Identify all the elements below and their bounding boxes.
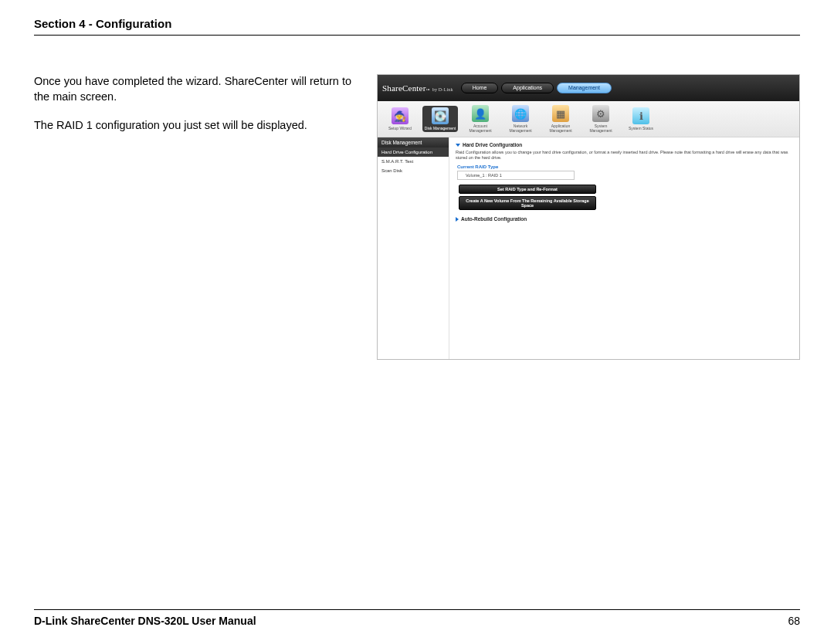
sharecenter-screenshot: ShareCenter™ by D-Link Home Applications… <box>377 74 800 360</box>
account-icon: 👤 <box>472 105 489 122</box>
toolbar-system-status[interactable]: ℹ System Status <box>623 106 659 132</box>
sidebar-item-hdconfig[interactable]: Hard Drive Configuration <box>378 147 449 157</box>
paragraph-1: Once you have completed the wizard. Shar… <box>34 74 358 104</box>
toolbar-disk-management[interactable]: 💽 Disk Management <box>422 106 458 132</box>
instruction-column: Once you have completed the wizard. Shar… <box>34 74 358 147</box>
toolbar: 🧙 Setup Wizard 💽 Disk Management 👤 Accou… <box>378 101 799 137</box>
paragraph-2: The RAID 1 configuration you just set wi… <box>34 118 358 134</box>
page-footer: D-Link ShareCenter DNS-320L User Manual … <box>34 609 800 627</box>
app-header-bar: ShareCenter™ by D-Link Home Applications… <box>378 75 799 101</box>
auto-rebuild-section-header[interactable]: Auto-Rebuild Configuration <box>456 216 793 222</box>
brand-tm: ™ <box>426 88 430 92</box>
hd-config-section-header[interactable]: Hard Drive Configuration <box>456 142 793 147</box>
footer-page-number: 68 <box>788 615 800 627</box>
content-panel: Hard Drive Configuration Raid Configurat… <box>449 137 799 359</box>
toolbar-setup-wizard[interactable]: 🧙 Setup Wizard <box>382 106 418 132</box>
auto-rebuild-title: Auto-Rebuild Configuration <box>461 216 527 222</box>
toolbar-label: Network Management <box>503 124 538 133</box>
toolbar-account-management[interactable]: 👤 Account Management <box>463 103 498 134</box>
toolbar-label: Account Management <box>463 124 498 133</box>
sidebar-header: Disk Management <box>378 137 449 147</box>
nav-management[interactable]: Management <box>557 83 612 93</box>
toolbar-label: System Status <box>629 126 653 130</box>
sidebar-item-scandisk[interactable]: Scan Disk <box>378 166 449 175</box>
nav-applications[interactable]: Applications <box>501 83 554 93</box>
toolbar-label: Application Management <box>543 124 578 133</box>
footer-manual-title: D-Link ShareCenter DNS-320L User Manual <box>34 615 256 627</box>
page-header: Section 4 - Configuration <box>34 17 800 36</box>
create-volume-button[interactable]: Create A New Volume From The Remaining A… <box>459 196 596 210</box>
nav-home[interactable]: Home <box>461 83 499 93</box>
chevron-down-icon <box>456 144 460 147</box>
section-title: Section 4 - Configuration <box>34 17 171 30</box>
set-raid-button[interactable]: Set RAID Type and Re-Format <box>459 185 596 194</box>
sidebar-item-smart[interactable]: S.M.A.R.T. Test <box>378 157 449 166</box>
disk-icon: 💽 <box>432 107 449 124</box>
status-icon: ℹ <box>632 107 649 124</box>
chevron-right-icon <box>456 217 459 222</box>
toolbar-system-management[interactable]: ⚙ System Management <box>583 103 619 134</box>
current-raid-value: Volume_1 : RAID 1 <box>457 171 575 180</box>
hd-config-title: Hard Drive Configuration <box>463 142 522 147</box>
wizard-icon: 🧙 <box>392 107 409 124</box>
sidebar: Disk Management Hard Drive Configuration… <box>378 137 449 359</box>
hd-config-description: Raid Configuration allows you to change … <box>456 150 793 160</box>
brand-sub: by D-Link <box>432 87 453 92</box>
brand-name: ShareCenter <box>382 83 426 93</box>
app-icon: ▦ <box>552 105 569 122</box>
current-raid-label: Current RAID Type <box>457 164 793 169</box>
network-icon: 🌐 <box>512 105 529 122</box>
toolbar-label: Disk Management <box>425 126 456 130</box>
toolbar-label: System Management <box>583 124 619 133</box>
brand-logo: ShareCenter™ by D-Link <box>382 83 453 93</box>
toolbar-network-management[interactable]: 🌐 Network Management <box>503 103 538 134</box>
toolbar-label: Setup Wizard <box>388 126 412 130</box>
toolbar-application-management[interactable]: ▦ Application Management <box>543 103 578 134</box>
system-icon: ⚙ <box>592 105 609 122</box>
